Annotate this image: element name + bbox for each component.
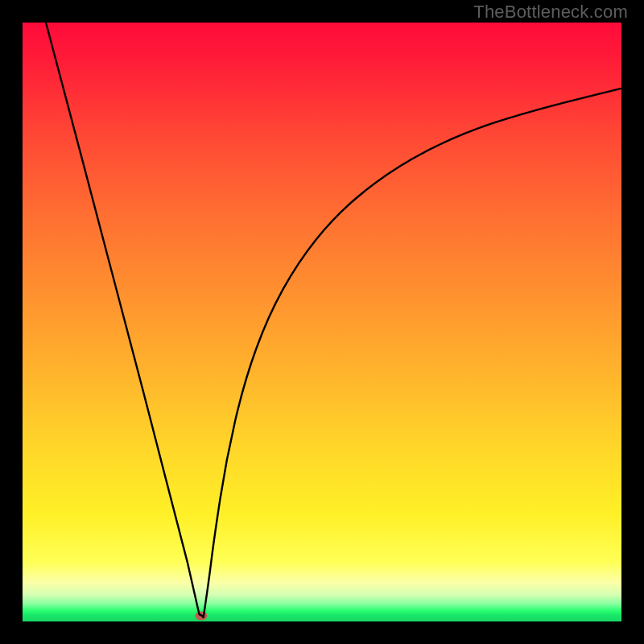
chart-frame: TheBottleneck.com <box>0 0 644 644</box>
curve-svg <box>23 23 621 621</box>
bottleneck-curve <box>46 23 621 617</box>
plot-area <box>23 23 621 621</box>
watermark-text: TheBottleneck.com <box>473 2 628 23</box>
